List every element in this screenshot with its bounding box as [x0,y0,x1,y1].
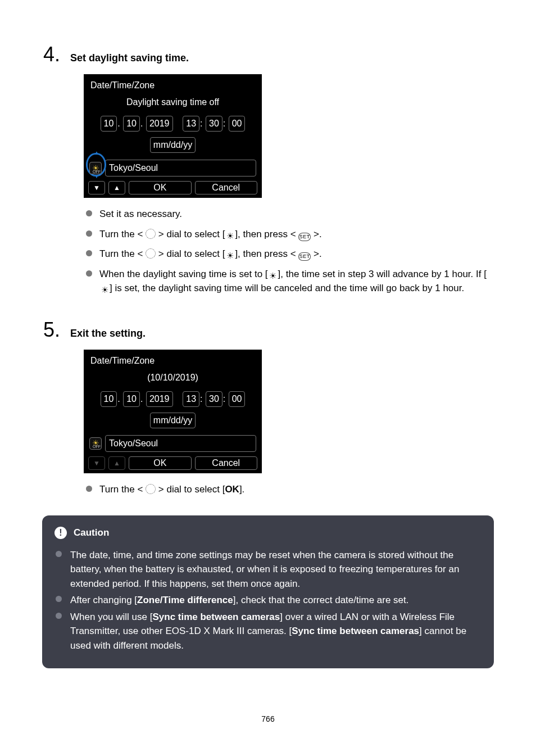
dst-off-icon: ☀ OFF [89,437,102,450]
screen5-year: 2019 [146,391,173,407]
screen5-month: 10 [101,391,117,407]
step4-note-2: Turn the < > dial to select [☀︎], then p… [84,227,494,242]
caution-box: ! Caution The date, time, and time zone … [42,515,494,668]
caution-item-3: When you will use [Sync time between cam… [54,610,482,653]
step-5-content: Date/Time/Zone (10/10/2019) 10. 10. 2019… [84,350,494,497]
screen5-bottom-row: ▼ ▲ OK Cancel [88,456,257,470]
caution-header: ! Caution [54,526,482,540]
caution-title: Caution [74,526,109,540]
step-4-header: 4. Set daylight saving time. [42,39,494,70]
screen4-format-row: mm/dd/yy [88,135,257,157]
screen5-datetime-row: 10. 10. 2019 13: 30: 00 [88,388,257,410]
screen4-day: 10 [123,116,140,132]
step4-note-4: When the daylight saving time is set to … [84,267,494,296]
screen5-down-arrow: ▼ [88,456,105,470]
screen4-tz-row: ▲ ▼ ☀ OFF Tokyo/Seoul [88,157,257,181]
sun-off-icon: ☀︎ [99,285,110,295]
caution-item-1: The date, time, and time zone settings m… [54,548,482,591]
screen5-format: mm/dd/yy [150,413,196,428]
screen5-title: Date/Time/Zone [88,353,257,371]
screen5-subtitle: (10/10/2019) [88,371,257,388]
step-4-content: Date/Time/Zone Daylight saving time off … [84,74,494,296]
step-5-header: 5. Exit the setting. [42,315,494,345]
caution-icon: ! [54,527,67,539]
dial-icon [146,248,156,259]
screen4-second: 00 [229,116,246,132]
step4-note-1: Set it as necessary. [84,207,494,221]
sun-on-icon: ☀ [268,271,278,281]
screen4-down-arrow: ▼ [88,181,105,194]
step5-note-1: Turn the < > dial to select [OK]. [84,482,494,497]
sun-off-icon: ☀︎ [225,231,235,241]
screen4-minute: 30 [206,116,222,132]
dst-off-icon: ☀ OFF [89,162,102,174]
step-4-number: 4. [42,39,70,70]
set-icon: SET [298,252,311,261]
screen5-tz-row: ☀ OFF Tokyo/Seoul [88,433,257,456]
step5-notes: Turn the < > dial to select [OK]. [84,482,494,497]
screen5-cancel: Cancel [195,456,258,470]
set-icon: SET [298,233,311,241]
screen4-bottom-row: ▼ ▲ OK Cancel [88,181,257,194]
step-4-heading: Set daylight saving time. [70,51,189,66]
camera-screen-dst: Date/Time/Zone Daylight saving time off … [84,74,262,198]
screen4-timezone: Tokyo/Seoul [105,160,256,176]
page-number: 766 [42,713,494,725]
screen4-year: 2019 [146,116,173,132]
screen4-datetime-row: 10. 10. 2019 13: 30: 00 [88,112,257,135]
dial-icon [146,229,156,239]
screen5-up-arrow: ▲ [108,456,125,470]
screen4-subtitle: Daylight saving time off [88,96,257,112]
step-5-heading: Exit the setting. [70,326,146,341]
screen5-format-row: mm/dd/yy [88,410,257,433]
screen5-day: 10 [123,391,140,407]
caution-list: The date, time, and time zone settings m… [54,548,482,653]
screen5-timezone: Tokyo/Seoul [105,435,256,452]
screen4-format: mm/dd/yy [150,137,196,153]
screen5-hour: 13 [183,391,199,407]
screen5-minute: 30 [206,391,222,407]
screen4-month: 10 [101,116,117,132]
screen4-up-arrow: ▲ [108,181,125,194]
step4-note-3: Turn the < > dial to select [☀], then pr… [84,247,494,261]
step-5-number: 5. [42,315,70,345]
sun-on-icon: ☀ [225,251,235,261]
step4-notes: Set it as necessary. Turn the < > dial t… [84,207,494,296]
screen4-hour: 13 [183,116,199,132]
screen5-second: 00 [229,391,246,407]
dial-icon [146,484,156,494]
caution-item-2: After changing [Zone/Time difference], c… [54,593,482,608]
screen5-ok: OK [129,456,192,470]
screen4-cancel: Cancel [195,181,258,194]
screen4-title: Date/Time/Zone [88,78,257,96]
screen4-ok: OK [129,181,192,194]
camera-screen-exit: Date/Time/Zone (10/10/2019) 10. 10. 2019… [84,350,262,473]
